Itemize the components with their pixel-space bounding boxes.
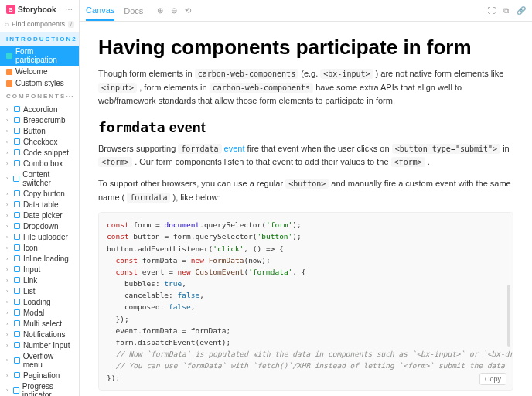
component-modal[interactable]: ›Modal — [0, 307, 79, 318]
component-overflow-menu[interactable]: ›Overflow menu — [0, 350, 79, 370]
component-icon — [14, 320, 20, 326]
component-link[interactable]: ›Link — [0, 275, 79, 285]
component-label: List — [23, 287, 36, 295]
component-icon — [14, 277, 20, 283]
nav-item-custom-styles[interactable]: Custom styles — [0, 77, 79, 89]
component-label: Modal — [23, 309, 44, 317]
nav-item-label: Form participation — [15, 47, 73, 64]
component-label: Notifications — [23, 330, 65, 339]
fullscreen-icon[interactable]: ⛶ — [488, 6, 496, 15]
copy-button[interactable]: Copy — [479, 373, 506, 385]
storybook-icon: S — [6, 5, 15, 14]
component-content-switcher[interactable]: ›Content switcher — [0, 169, 79, 188]
component-label: Combo box — [23, 159, 63, 168]
component-label: Progress indicator — [22, 382, 73, 397]
component-icon — [14, 372, 20, 378]
brand-text: Storybook — [18, 5, 56, 14]
topbar: Canvas Docs ⊕ ⊖ ⟲ ⛶ ⧉ 🔗 — [80, 0, 532, 22]
component-date-picker[interactable]: ›Date picker — [0, 210, 79, 220]
ellipsis-icon[interactable]: ⋯ — [66, 92, 73, 101]
component-label: Input — [23, 265, 40, 274]
chevron-right-icon: › — [6, 128, 11, 134]
section-introduction[interactable]: INTRODUCTION 2 — [0, 32, 79, 46]
chevron-right-icon: › — [6, 256, 11, 261]
component-label: Accordion — [23, 105, 57, 114]
component-data-table[interactable]: ›Data table — [0, 199, 79, 210]
chevron-right-icon: › — [6, 299, 11, 305]
section-components[interactable]: COMPONENTS ⋯ — [0, 89, 79, 104]
component-label: Inline loading — [23, 254, 69, 263]
chevron-right-icon: › — [6, 278, 11, 283]
component-accordion[interactable]: ›Accordion — [0, 104, 79, 114]
component-label: Link — [23, 276, 37, 285]
tab-canvas[interactable]: Canvas — [86, 0, 114, 21]
paragraph-1: Though form elements in carbon-web-compo… — [98, 67, 513, 108]
zoom-in-icon[interactable]: ⊕ — [157, 6, 163, 15]
component-file-uploader[interactable]: ›File uploader — [0, 231, 79, 242]
component-label: Pagination — [23, 371, 60, 380]
component-breadcrumb[interactable]: ›Breadcrumb — [0, 114, 79, 125]
component-icon — [14, 309, 20, 316]
component-icon — [14, 234, 20, 240]
inline-code: formdata — [127, 193, 170, 203]
storybook-logo[interactable]: S Storybook — [6, 5, 56, 14]
section-label: INTRODUCTION — [6, 36, 72, 43]
component-icon — [14, 288, 20, 294]
component-icon — [14, 201, 20, 207]
component-icon — [14, 255, 20, 261]
component-icon — [14, 190, 20, 196]
component-icon — [14, 160, 20, 166]
component-icon — [14, 106, 20, 112]
inline-code: carbon-web-components — [195, 69, 298, 79]
zoom-out-icon[interactable]: ⊖ — [171, 6, 177, 15]
component-icon — [14, 138, 20, 145]
component-inline-loading[interactable]: ›Inline loading — [0, 253, 79, 264]
component-loading[interactable]: ›Loading — [0, 296, 79, 307]
component-progress-indicator[interactable]: ›Progress indicator — [0, 381, 79, 396]
nav-item-form-participation[interactable]: Form participation — [0, 46, 79, 66]
chevron-right-icon: › — [6, 176, 10, 181]
search-input[interactable] — [12, 20, 65, 28]
component-number-input[interactable]: ›Number Input — [0, 340, 79, 350]
open-new-icon[interactable]: ⧉ — [503, 6, 509, 15]
chevron-right-icon: › — [6, 118, 11, 123]
nav-item-welcome[interactable]: Welcome — [0, 66, 79, 77]
chevron-right-icon: › — [6, 139, 11, 145]
chevron-right-icon: › — [6, 213, 11, 218]
component-icon — [14, 266, 20, 272]
component-checkbox[interactable]: ›Checkbox — [0, 136, 79, 147]
component-copy-button[interactable]: ›Copy button — [0, 188, 79, 199]
link-icon[interactable]: 🔗 — [517, 6, 526, 15]
component-input[interactable]: ›Input — [0, 264, 79, 275]
component-icon — [13, 387, 19, 394]
chevron-right-icon: › — [6, 202, 11, 207]
inline-code: <input> — [98, 83, 137, 93]
component-list: ›Accordion›Breadcrumb›Button›Checkbox›Co… — [0, 104, 79, 396]
component-icon — [14, 299, 20, 305]
doc-icon — [6, 53, 12, 59]
inline-code: <button> — [285, 179, 329, 189]
ellipsis-icon[interactable]: ⋯ — [65, 5, 73, 14]
component-combo-box[interactable]: ›Combo box — [0, 158, 79, 169]
component-code-snippet[interactable]: ›Code snippet — [0, 147, 79, 158]
component-label: Data table — [23, 200, 59, 209]
component-label: Loading — [23, 298, 51, 306]
zoom-reset-icon[interactable]: ⟲ — [185, 6, 191, 15]
component-notifications[interactable]: ›Notifications — [0, 329, 79, 340]
chevron-right-icon: › — [6, 343, 11, 348]
component-pagination[interactable]: ›Pagination — [0, 370, 79, 381]
inline-code: formdata — [178, 144, 221, 154]
component-dropdown[interactable]: ›Dropdown — [0, 220, 79, 231]
component-label: Icon — [23, 244, 38, 252]
tab-docs[interactable]: Docs — [124, 0, 143, 21]
component-icon[interactable]: ›Icon — [0, 242, 79, 253]
component-label: Checkbox — [23, 138, 57, 146]
event-link[interactable]: event — [224, 144, 245, 153]
code-block: const form = document.querySelector('for… — [98, 212, 513, 391]
toolbar-zoom: ⊕ ⊖ ⟲ — [157, 6, 191, 15]
doc-icon — [6, 69, 12, 75]
component-list[interactable]: ›List — [0, 285, 79, 296]
inline-code: carbon-web-components — [210, 83, 313, 93]
component-button[interactable]: ›Button — [0, 125, 79, 136]
component-multi-select[interactable]: ›Multi select — [0, 318, 79, 329]
